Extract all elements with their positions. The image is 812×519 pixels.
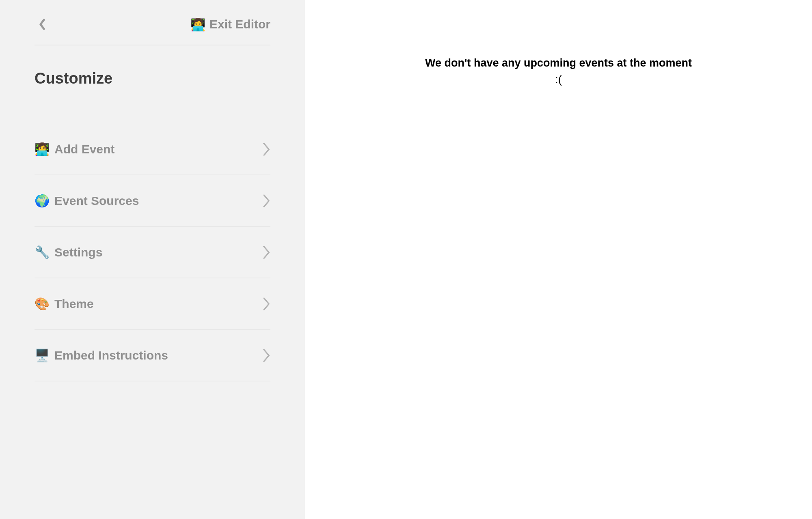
person-computer-icon: 👩‍💻 (190, 17, 205, 32)
preview-panel: We don't have any upcoming events at the… (305, 0, 812, 519)
sidebar-panel: 👩‍💻 Exit Editor Customize 👩‍💻 Add Event … (0, 0, 305, 519)
menu-item-label: Theme (54, 297, 94, 311)
menu-item-label: Embed Instructions (54, 349, 168, 362)
chevron-right-icon (261, 349, 270, 362)
page-title: Customize (35, 70, 270, 87)
wrench-icon: 🔧 (35, 245, 50, 259)
exit-editor-label: Exit Editor (209, 17, 270, 31)
chevron-right-icon (261, 194, 270, 208)
chevron-right-icon (261, 142, 270, 156)
sidebar-top-bar: 👩‍💻 Exit Editor (35, 16, 270, 45)
menu-item-embed-instructions[interactable]: 🖥️ Embed Instructions (35, 330, 270, 381)
exit-editor-button[interactable]: 👩‍💻 Exit Editor (190, 17, 270, 32)
menu-item-add-event[interactable]: 👩‍💻 Add Event (35, 124, 270, 175)
menu-item-label: Add Event (54, 142, 114, 156)
empty-state-sadface: :( (305, 73, 812, 86)
menu-item-event-sources[interactable]: 🌍 Event Sources (35, 175, 270, 227)
menu-item-label: Event Sources (54, 194, 139, 208)
globe-icon: 🌍 (35, 194, 50, 208)
menu-item-label: Settings (54, 246, 102, 259)
back-button[interactable] (35, 16, 50, 32)
chevron-right-icon (261, 297, 270, 311)
chevron-left-icon (39, 19, 46, 30)
chevron-right-icon (261, 246, 270, 259)
menu-item-settings[interactable]: 🔧 Settings (35, 227, 270, 278)
empty-state-message: We don't have any upcoming events at the… (305, 57, 812, 69)
palette-icon: 🎨 (35, 297, 50, 311)
add-event-icon: 👩‍💻 (35, 142, 50, 156)
menu-item-theme[interactable]: 🎨 Theme (35, 278, 270, 330)
monitor-icon: 🖥️ (35, 348, 50, 362)
